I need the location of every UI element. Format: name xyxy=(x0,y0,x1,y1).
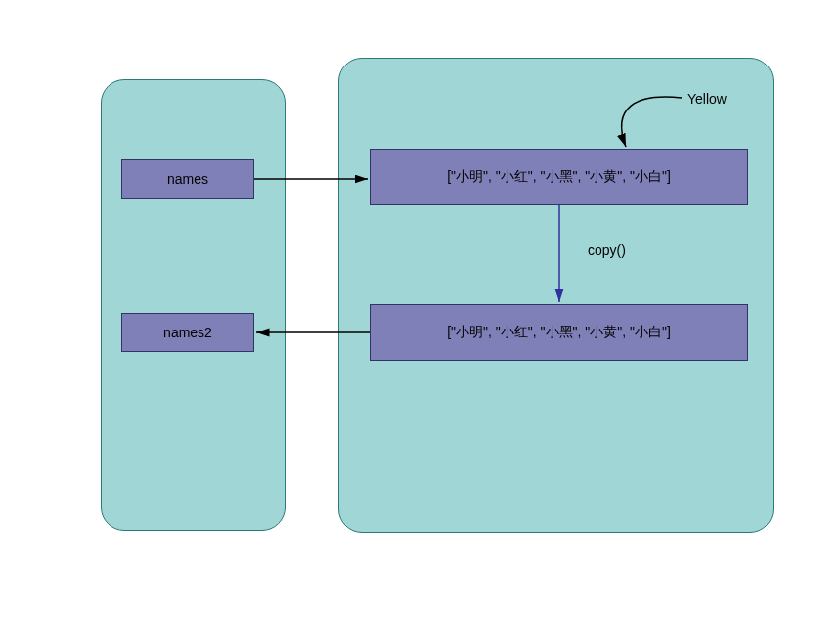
label-yellow: Yellow xyxy=(687,91,727,107)
panel-right xyxy=(338,58,774,533)
label-copy: copy() xyxy=(588,243,626,258)
box-names: names xyxy=(121,159,254,199)
panel-left xyxy=(101,79,286,531)
box-list1: ["小明", "小红", "小黑", "小黄", "小白"] xyxy=(370,149,748,205)
box-names2: names2 xyxy=(121,313,254,352)
box-list2: ["小明", "小红", "小黑", "小黄", "小白"] xyxy=(370,304,748,361)
